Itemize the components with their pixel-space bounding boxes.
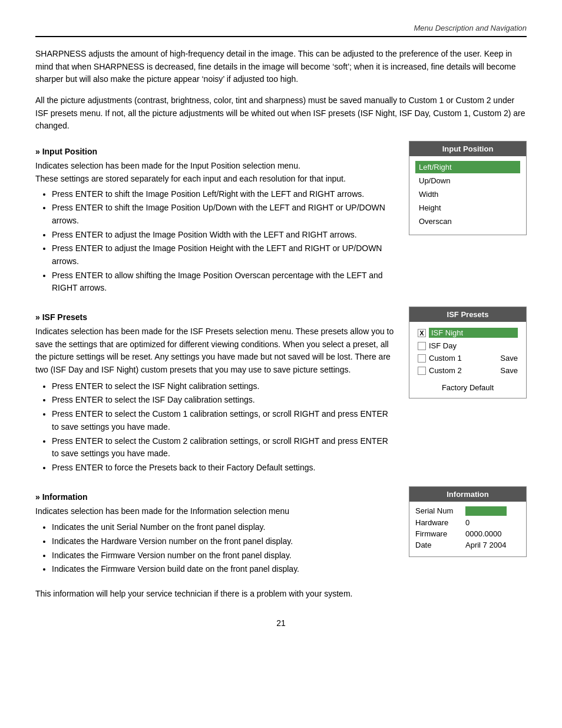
page-number: 21	[35, 618, 527, 628]
isf-presets-section: » ISF Presets Indicates selection has be…	[35, 307, 527, 477]
info-label-firmware: Firmware	[415, 529, 459, 538]
intro-para1: SHARPNESS adjusts the amount of high-fre…	[35, 48, 527, 86]
isf-label-night: ISF Night	[429, 328, 518, 338]
list-item: Indicates the Hardware Version number on…	[52, 535, 397, 548]
list-item: Press ENTER to shift the Image Position …	[52, 202, 397, 227]
info-label-date: Date	[415, 541, 459, 549]
list-item: Press ENTER to shift the Image Position …	[52, 188, 397, 201]
list-item: Press ENTER to adjust the Image Position…	[52, 242, 397, 268]
information-section: » Information Indicates selection has be…	[35, 486, 527, 578]
information-heading: » Information	[35, 492, 397, 502]
panel-item-width: Width	[415, 188, 520, 200]
page-header: Menu Description and Navigation	[35, 24, 527, 37]
isf-factory-default: Factory Default	[415, 381, 520, 392]
info-value-hardware: 0	[465, 518, 470, 527]
input-position-panel-title: Input Position	[409, 141, 526, 156]
list-item: Press ENTER to select the ISF Night cali…	[52, 380, 397, 393]
input-position-heading: » Input Position	[35, 147, 397, 156]
isf-save-custom2: Save	[500, 366, 518, 375]
isf-label-custom2: Custom 2	[429, 366, 497, 375]
info-value-serial-bar	[465, 506, 507, 516]
list-item: Press ENTER to select the ISF Day calibr…	[52, 394, 397, 407]
isf-item-custom1: Custom 1 Save	[415, 353, 520, 364]
list-item: Press ENTER to select the Custom 1 calib…	[52, 408, 397, 433]
panel-item-updown: Up/Down	[415, 174, 520, 187]
isf-item-day: ISF Day	[415, 340, 520, 351]
isf-save-custom1: Save	[500, 354, 518, 363]
information-panel-title: Information	[409, 487, 526, 502]
isf-item-custom2: Custom 2 Save	[415, 365, 520, 376]
isf-checkbox-custom1	[418, 354, 426, 363]
information-panel: Information Serial Num Hardware 0 Firmwa…	[409, 486, 527, 578]
list-item: Press ENTER to select the Custom 2 calib…	[52, 435, 397, 460]
list-item: Press ENTER to allow shifting the Image …	[52, 269, 397, 295]
isf-item-night: X ISF Night	[415, 327, 520, 339]
header-title: Menu Description and Navigation	[414, 24, 527, 32]
isf-presets-intro: Indicates selection has been made for th…	[35, 325, 397, 377]
isf-presets-heading: » ISF Presets	[35, 312, 397, 322]
list-item: Indicates the Firmware Version number on…	[52, 549, 397, 562]
list-item: Press ENTER to force the Presets back to…	[52, 462, 397, 475]
info-row-hardware: Hardware 0	[415, 517, 520, 528]
input-position-intro: Indicates selection has been made for th…	[35, 160, 397, 173]
information-text: » Information Indicates selection has be…	[35, 486, 397, 578]
info-row-serial: Serial Num	[415, 505, 520, 517]
isf-presets-text: » ISF Presets Indicates selection has be…	[35, 307, 397, 477]
panel-item-leftright: Left/Right	[415, 161, 520, 173]
footer-text: This information will help your service …	[35, 588, 527, 601]
input-position-panel: Input Position Left/Right Up/Down Width …	[409, 141, 527, 297]
input-position-panel-box: Input Position Left/Right Up/Down Width …	[409, 141, 527, 235]
input-position-section: » Input Position Indicates selection has…	[35, 141, 527, 297]
panel-item-height: Height	[415, 202, 520, 214]
isf-presets-panel: ISF Presets X ISF Night ISF Day	[409, 307, 527, 477]
isf-label-day: ISF Day	[429, 341, 518, 350]
isf-presets-panel-title: ISF Presets	[409, 307, 526, 322]
input-position-sub-intro: These settings are stored separately for…	[35, 173, 397, 186]
info-label-serial: Serial Num	[415, 506, 459, 515]
information-intro: Indicates selection has been made for th…	[35, 505, 397, 518]
isf-presets-panel-box: ISF Presets X ISF Night ISF Day	[409, 307, 527, 398]
list-item: Press ENTER to adjust the Image Position…	[52, 229, 397, 242]
info-row-date: Date April 7 2004	[415, 539, 520, 551]
list-item: Indicates the Firmware Version build dat…	[52, 563, 397, 576]
info-row-firmware: Firmware 0000.0000	[415, 528, 520, 539]
isf-presets-bullets: Press ENTER to select the ISF Night cali…	[52, 380, 397, 475]
panel-item-overscan: Overscan	[415, 215, 520, 228]
info-label-hardware: Hardware	[415, 518, 459, 527]
input-position-bullets: Press ENTER to shift the Image Position …	[52, 188, 397, 295]
isf-label-custom1: Custom 1	[429, 354, 497, 363]
information-panel-body: Serial Num Hardware 0 Firmware 0000.0000	[409, 502, 526, 556]
info-value-date: April 7 2004	[465, 541, 506, 549]
isf-checkbox-day	[418, 342, 426, 350]
isf-checkbox-custom2	[418, 367, 426, 375]
input-position-panel-body: Left/Right Up/Down Width Height Overscan	[409, 156, 526, 235]
page: Menu Description and Navigation SHARPNES…	[0, 0, 562, 663]
input-position-text: » Input Position Indicates selection has…	[35, 141, 397, 297]
information-panel-box: Information Serial Num Hardware 0 Firmwa…	[409, 486, 527, 557]
isf-checkbox-night: X	[418, 329, 426, 337]
info-value-firmware: 0000.0000	[465, 529, 501, 538]
isf-presets-panel-body: X ISF Night ISF Day Custom 1 Save	[409, 322, 526, 398]
intro-para2: All the picture adjustments (contrast, b…	[35, 94, 527, 133]
list-item: Indicates the unit Serial Number on the …	[52, 521, 397, 534]
information-bullets: Indicates the unit Serial Number on the …	[52, 521, 397, 576]
